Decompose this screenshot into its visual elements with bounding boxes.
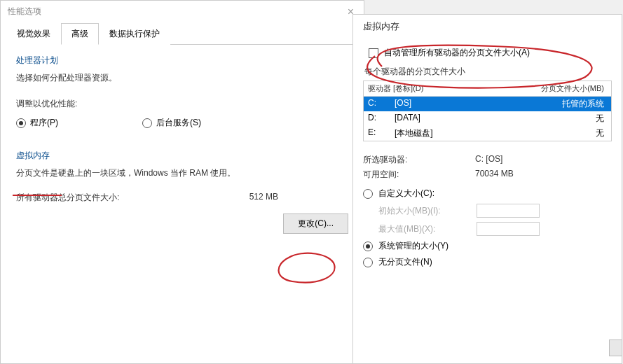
change-button[interactable]: 更改(C)... xyxy=(283,214,348,234)
vm-dialog-title: 虚拟内存 xyxy=(353,15,622,38)
drive-letter: C: xyxy=(364,97,390,111)
processor-group-title: 处理器计划 xyxy=(16,55,348,66)
drive-letter: E: xyxy=(364,126,390,141)
drive-pagefile: 无 xyxy=(502,126,611,141)
radio-background-label: 后台服务(S) xyxy=(156,117,201,129)
selected-drive-label: 所选驱动器: xyxy=(363,154,475,166)
drive-table: 驱动器 [卷标](D) 分页文件大小(MB) C:[OS]托管的系统D:[DAT… xyxy=(363,80,612,141)
header-pagefile: 分页文件大小(MB) xyxy=(504,81,611,96)
radio-programs-label: 程序(P) xyxy=(30,117,58,129)
performance-options-dialog: 性能选项 × 视觉效果 高级 数据执行保护 处理器计划 选择如何分配处理器资源。… xyxy=(0,0,364,364)
drive-pagefile: 托管的系统 xyxy=(502,97,611,111)
system-managed-label: 系统管理的大小(Y) xyxy=(378,240,449,252)
auto-manage-label: 自动管理所有驱动器的分页文件大小(A) xyxy=(384,47,530,59)
tab-advanced[interactable]: 高级 xyxy=(61,23,99,45)
max-size-label: 最大值(MB)(X): xyxy=(378,223,470,235)
initial-size-label: 初始大小(MB)(I): xyxy=(378,205,470,217)
drive-pagefile: 无 xyxy=(502,111,611,126)
no-pagefile-label: 无分页文件(N) xyxy=(378,256,432,268)
free-space-label: 可用空间: xyxy=(363,169,475,181)
processor-desc: 选择如何分配处理器资源。 xyxy=(16,72,348,84)
radio-programs[interactable]: 程序(P) xyxy=(16,117,58,129)
drive-letter: D: xyxy=(364,111,390,126)
custom-size-label: 自定义大小(C): xyxy=(378,188,434,200)
annotation-underline-icon xyxy=(13,193,62,199)
radio-background[interactable]: 后台服务(S) xyxy=(142,117,201,129)
vm-total-value: 512 MB xyxy=(249,192,278,204)
initial-size-input xyxy=(477,204,540,218)
auto-manage-row[interactable]: 自动管理所有驱动器的分页文件大小(A) xyxy=(369,47,612,59)
drive-label: [OS] xyxy=(390,97,502,111)
max-size-input xyxy=(477,222,540,236)
partial-button[interactable] xyxy=(609,340,622,356)
drive-table-header: 驱动器 [卷标](D) 分页文件大小(MB) xyxy=(364,81,611,97)
checkbox-icon[interactable] xyxy=(369,48,378,58)
drive-row[interactable]: D:[DATA]无 xyxy=(364,111,611,126)
vm-desc: 分页文件是硬盘上的一块区域，Windows 当作 RAM 使用。 xyxy=(16,167,348,179)
virtual-memory-dialog: 虚拟内存 自动管理所有驱动器的分页文件大小(A) 每个驱动器的分页文件大小 驱动… xyxy=(352,14,622,364)
radio-no-pagefile[interactable]: 无分页文件(N) xyxy=(363,256,612,268)
drive-row[interactable]: C:[OS]托管的系统 xyxy=(364,97,611,111)
radio-system-managed[interactable]: 系统管理的大小(Y) xyxy=(363,240,612,252)
adjust-label: 调整以优化性能: xyxy=(16,98,348,110)
drive-row[interactable]: E:[本地磁盘]无 xyxy=(364,126,611,141)
header-drive: 驱动器 [卷标](D) xyxy=(364,81,504,96)
dialog-title: 性能选项 xyxy=(1,1,364,22)
radio-icon xyxy=(363,258,373,267)
tab-dep[interactable]: 数据执行保护 xyxy=(99,23,170,45)
radio-custom-size[interactable]: 自定义大小(C): xyxy=(363,188,612,200)
radio-icon xyxy=(142,118,152,128)
radio-icon xyxy=(363,189,373,199)
tab-visual-effects[interactable]: 视觉效果 xyxy=(6,23,61,45)
per-drive-label: 每个驱动器的分页文件大小 xyxy=(364,66,612,78)
radio-icon xyxy=(363,241,373,251)
drive-label: [DATA] xyxy=(390,111,502,126)
vm-group-title: 虚拟内存 xyxy=(16,150,348,162)
drive-label: [本地磁盘] xyxy=(390,126,502,141)
selected-drive-value: C: [OS] xyxy=(475,154,502,166)
radio-icon xyxy=(16,118,26,128)
free-space-value: 70034 MB xyxy=(475,169,514,181)
tab-bar: 视觉效果 高级 数据执行保护 xyxy=(6,22,358,45)
